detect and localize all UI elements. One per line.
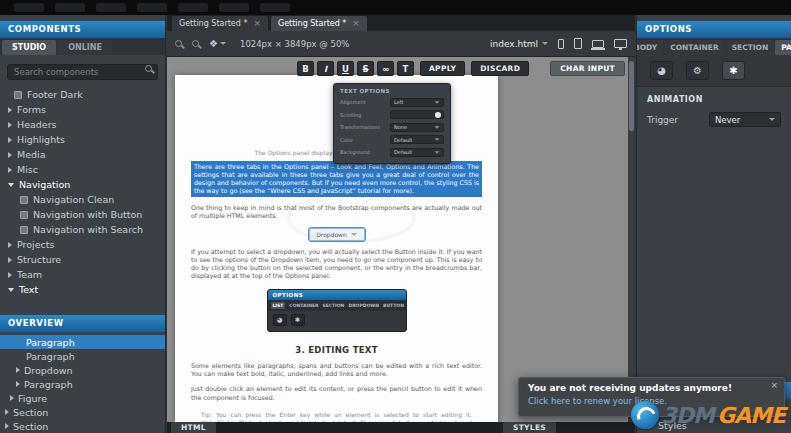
page-canvas[interactable]: B I U S ∞ T APPLY DISCARD CHAR INPUT TEX… [167, 57, 635, 422]
discard-button[interactable]: DISCARD [471, 61, 529, 76]
component-category-media[interactable]: Media [0, 147, 165, 162]
selected-text[interactable]: There are three tabs in the Options pane… [191, 161, 482, 197]
overview-label: Paragraph [26, 351, 75, 362]
tab-paragraph[interactable]: PARAGRAPH [775, 40, 791, 55]
italic-button[interactable]: I [317, 61, 334, 76]
overview-item-paragraph[interactable]: Paragraph [0, 349, 165, 363]
overview-item-figure[interactable]: Figure [0, 391, 165, 405]
zoom-in-icon[interactable] [175, 40, 182, 47]
component-category-navigation[interactable]: Navigation [0, 177, 165, 192]
scrolling-toggle[interactable] [390, 110, 444, 119]
tab-online[interactable]: ONLINE [58, 40, 112, 55]
topbar-button[interactable] [219, 3, 249, 12]
document-tab-active[interactable]: Getting Started * × [271, 16, 367, 31]
component-item-footer-dark[interactable]: Footer Dark [0, 87, 165, 102]
component-label: Headers [17, 119, 57, 130]
overview-item-section-2[interactable]: Section [0, 419, 165, 433]
topbar-button[interactable] [260, 3, 290, 12]
paragraph[interactable]: Some elements like paragraphs, spans and… [191, 362, 482, 379]
component-category-misc[interactable]: Misc [0, 162, 165, 177]
component-category-headers[interactable]: Headers [0, 117, 165, 132]
palette-icon[interactable]: ◕ [650, 61, 673, 80]
search-input[interactable] [7, 64, 158, 80]
trigger-label: Trigger [647, 115, 678, 125]
char-input-button[interactable]: CHAR INPUT [550, 61, 625, 76]
chevron-right-icon [8, 107, 12, 113]
strikethrough-button[interactable]: S [357, 61, 374, 76]
close-icon[interactable]: × [770, 380, 778, 390]
component-category-projects[interactable]: Projects [0, 237, 165, 252]
paragraph[interactable]: Just double click an element to edit its… [191, 385, 482, 402]
chevron-right-icon [8, 272, 12, 278]
component-category-forms[interactable]: Forms [0, 102, 165, 117]
zoom-out-icon[interactable] [192, 40, 199, 47]
overview-item-section[interactable]: Section [0, 405, 165, 419]
component-label: Navigation with Button [33, 209, 142, 220]
component-label: Highlights [17, 134, 65, 145]
overview-label: Figure [18, 393, 47, 404]
tab-body[interactable]: BODY [637, 40, 663, 55]
laptop-viewport-icon[interactable] [592, 40, 604, 48]
overview-item-paragraph-selected[interactable]: Paragraph [0, 335, 165, 349]
html-panel-toggle[interactable]: HTML [171, 422, 216, 433]
close-tab-icon[interactable]: × [253, 19, 261, 28]
clear-formatting-button[interactable]: T [397, 61, 414, 76]
tablet-viewport-icon[interactable] [574, 38, 582, 49]
component-label: Projects [17, 239, 54, 250]
bold-button[interactable]: B [297, 61, 314, 76]
color-select[interactable]: Default [390, 135, 444, 144]
overview-item-paragraph-2[interactable]: Paragraph [0, 377, 165, 391]
editor-area: Getting Started * × Getting Started * × … [167, 15, 635, 433]
chevron-right-icon [8, 122, 12, 128]
component-category-highlights[interactable]: Highlights [0, 132, 165, 147]
alignment-select[interactable]: Left [390, 98, 444, 107]
topbar-button[interactable] [178, 3, 208, 12]
dropdown-example-button[interactable]: Dropdown [309, 228, 365, 241]
file-selector[interactable]: index.html [490, 39, 548, 49]
component-item-navigation-clean[interactable]: Navigation Clean [0, 192, 165, 207]
chevron-right-icon [5, 423, 9, 429]
close-tab-icon[interactable]: × [352, 19, 360, 28]
component-category-text[interactable]: Text [0, 282, 165, 297]
component-item-navigation-with-button[interactable]: Navigation with Button [0, 207, 165, 222]
tab-container[interactable]: CONTAINER [664, 40, 724, 55]
options-screenshot: OPTIONS LIST CONTAINER SECTION DROPDOWN … [267, 289, 407, 332]
canvas-scrollbar[interactable] [628, 57, 635, 422]
topbar-button[interactable] [55, 3, 85, 12]
link-icon[interactable]: ∞ [377, 61, 394, 76]
topbar-button[interactable] [137, 3, 167, 12]
page-preview[interactable]: TEXT OPTIONS Alignment Left Scrolling Tr… [175, 75, 498, 422]
styles-panel-toggle[interactable]: STYLES [503, 422, 556, 433]
layers-icon[interactable]: ❖ [209, 39, 226, 49]
topbar-button[interactable] [14, 3, 44, 12]
trigger-select[interactable]: Never [709, 112, 781, 127]
paragraph[interactable]: If you attempt to select a dropdown, you… [191, 248, 482, 281]
background-select[interactable]: Default [390, 148, 444, 157]
component-icon [20, 196, 28, 204]
chevron-down-icon [8, 288, 14, 292]
tip-paragraph[interactable]: Tip: You can press the Enter key while a… [201, 411, 472, 422]
transformations-select[interactable]: None [390, 123, 444, 132]
tab-studio[interactable]: STUDIO [2, 40, 56, 55]
component-category-structure[interactable]: Structure [0, 252, 165, 267]
tab-section[interactable]: SECTION [726, 40, 775, 55]
options-icon-row: ◕ ⚙ ✱ [637, 55, 791, 87]
phone-viewport-icon[interactable] [558, 39, 564, 49]
paragraph[interactable]: One thing to keep in mind is that most o… [191, 204, 482, 221]
component-item-navigation-with-search[interactable]: Navigation with Search [0, 222, 165, 237]
topbar-button[interactable] [96, 3, 126, 12]
watermark-text-3dm: 3DM [662, 403, 714, 428]
overview-item-dropdown[interactable]: Dropdown [0, 363, 165, 377]
apply-button[interactable]: APPLY [420, 61, 465, 76]
document-tab[interactable]: Getting Started * × [172, 16, 268, 31]
star-icon[interactable]: ✱ [722, 61, 745, 80]
options-screenshot-tabs: LIST CONTAINER SECTION DROPDOWN BUTTON [268, 300, 406, 311]
app-window: COMPONENTS STUDIO ONLINE Footer Dark For… [0, 0, 791, 433]
options-panel: OPTIONS BODY CONTAINER SECTION PARAGRAPH… [636, 15, 791, 433]
underline-button[interactable]: U [337, 61, 354, 76]
desktop-viewport-icon[interactable] [614, 39, 627, 48]
element-tab-bar: BODY CONTAINER SECTION PARAGRAPH [637, 38, 791, 55]
component-category-team[interactable]: Team [0, 267, 165, 282]
scrollbar-thumb[interactable] [629, 61, 634, 131]
gear-icon[interactable]: ⚙ [686, 61, 709, 80]
